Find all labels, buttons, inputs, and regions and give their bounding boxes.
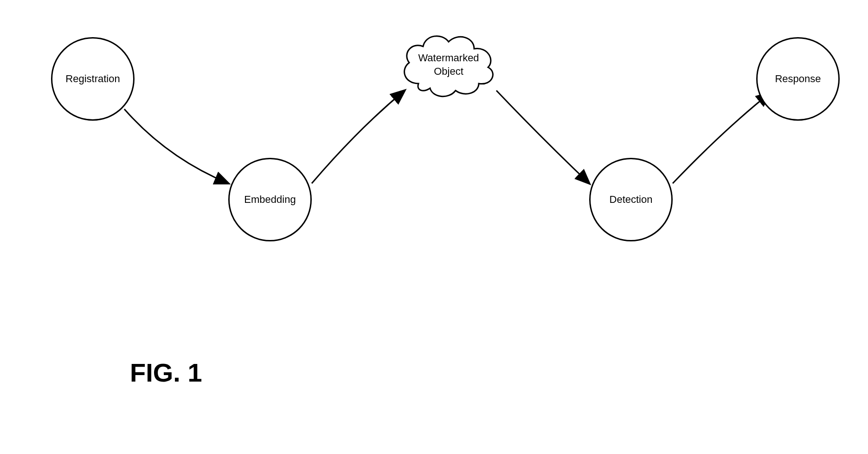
node-response: Response xyxy=(756,37,840,121)
node-detection: Detection xyxy=(589,158,673,241)
node-embedding-label: Embedding xyxy=(244,194,296,206)
node-detection-label: Detection xyxy=(610,194,653,206)
node-watermarked-label: Watermarked Object xyxy=(418,52,479,78)
node-response-label: Response xyxy=(775,73,821,85)
node-watermarked-object: Watermarked Object xyxy=(395,28,502,102)
figure-label: FIG. 1 xyxy=(130,357,202,388)
node-embedding: Embedding xyxy=(228,158,312,241)
node-registration-label: Registration xyxy=(65,73,120,85)
node-registration: Registration xyxy=(51,37,135,121)
